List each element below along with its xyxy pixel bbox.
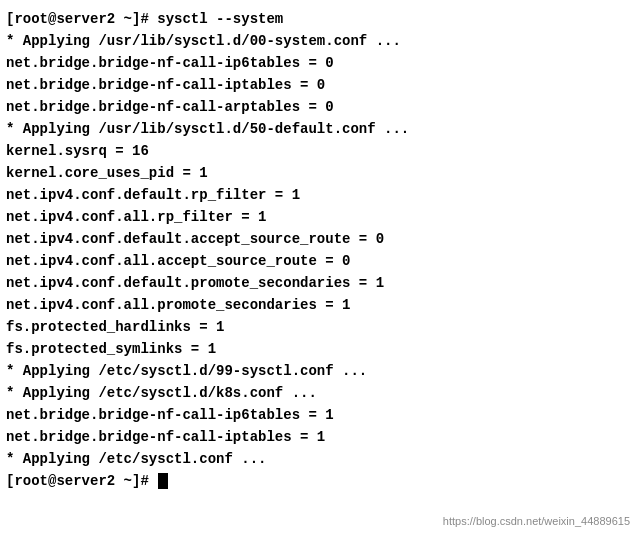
terminal-output: [root@server2 ~]# sysctl --system* Apply…	[6, 8, 630, 492]
terminal-line: kernel.core_uses_pid = 1	[6, 162, 630, 184]
terminal-line: net.ipv4.conf.all.rp_filter = 1	[6, 206, 630, 228]
terminal-line: * Applying /etc/sysctl.d/99-sysctl.conf …	[6, 360, 630, 382]
terminal-cursor	[158, 473, 168, 489]
terminal-line: net.bridge.bridge-nf-call-iptables = 0	[6, 74, 630, 96]
terminal-line: net.bridge.bridge-nf-call-ip6tables = 1	[6, 404, 630, 426]
terminal-line: kernel.sysrq = 16	[6, 140, 630, 162]
terminal-line: net.ipv4.conf.all.accept_source_route = …	[6, 250, 630, 272]
terminal-line: net.ipv4.conf.all.promote_secondaries = …	[6, 294, 630, 316]
terminal-line: fs.protected_symlinks = 1	[6, 338, 630, 360]
terminal-line: net.ipv4.conf.default.rp_filter = 1	[6, 184, 630, 206]
terminal-line: * Applying /usr/lib/sysctl.d/50-default.…	[6, 118, 630, 140]
terminal-line: * Applying /etc/sysctl.d/k8s.conf ...	[6, 382, 630, 404]
terminal-line: * Applying /etc/sysctl.conf ...	[6, 448, 630, 470]
terminal-line: net.ipv4.conf.default.accept_source_rout…	[6, 228, 630, 250]
terminal-line: net.bridge.bridge-nf-call-iptables = 1	[6, 426, 630, 448]
terminal-line: fs.protected_hardlinks = 1	[6, 316, 630, 338]
watermark: https://blog.csdn.net/weixin_44889615	[443, 515, 630, 527]
terminal-line: [root@server2 ~]# sysctl --system	[6, 8, 630, 30]
terminal-line: net.bridge.bridge-nf-call-ip6tables = 0	[6, 52, 630, 74]
terminal-window: [root@server2 ~]# sysctl --system* Apply…	[0, 0, 636, 533]
terminal-line: net.bridge.bridge-nf-call-arptables = 0	[6, 96, 630, 118]
terminal-line: net.ipv4.conf.default.promote_secondarie…	[6, 272, 630, 294]
terminal-line: [root@server2 ~]#	[6, 470, 630, 492]
terminal-line: * Applying /usr/lib/sysctl.d/00-system.c…	[6, 30, 630, 52]
